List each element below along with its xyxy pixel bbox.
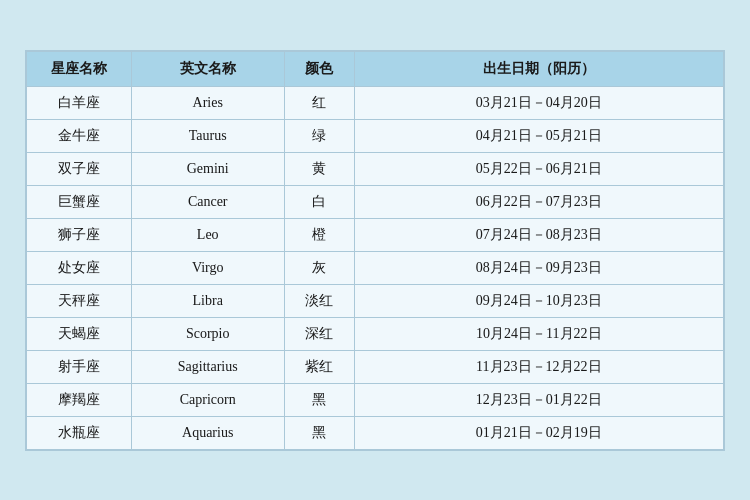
cell-color: 紫红 bbox=[284, 350, 354, 383]
cell-date: 12月23日－01月22日 bbox=[354, 383, 723, 416]
cell-date: 06月22日－07月23日 bbox=[354, 185, 723, 218]
header-date: 出生日期（阳历） bbox=[354, 51, 723, 86]
cell-date: 08月24日－09月23日 bbox=[354, 251, 723, 284]
cell-color: 深红 bbox=[284, 317, 354, 350]
table-row: 处女座Virgo灰08月24日－09月23日 bbox=[27, 251, 724, 284]
header-color: 颜色 bbox=[284, 51, 354, 86]
cell-en: Virgo bbox=[131, 251, 284, 284]
cell-date: 01月21日－02月19日 bbox=[354, 416, 723, 449]
table-row: 射手座Sagittarius紫红11月23日－12月22日 bbox=[27, 350, 724, 383]
cell-color: 淡红 bbox=[284, 284, 354, 317]
table-row: 摩羯座Capricorn黑12月23日－01月22日 bbox=[27, 383, 724, 416]
cell-cn: 处女座 bbox=[27, 251, 132, 284]
cell-color: 黑 bbox=[284, 383, 354, 416]
cell-color: 红 bbox=[284, 86, 354, 119]
table-row: 金牛座Taurus绿04月21日－05月21日 bbox=[27, 119, 724, 152]
cell-cn: 水瓶座 bbox=[27, 416, 132, 449]
table-row: 天蝎座Scorpio深红10月24日－11月22日 bbox=[27, 317, 724, 350]
cell-en: Libra bbox=[131, 284, 284, 317]
header-cn: 星座名称 bbox=[27, 51, 132, 86]
table-row: 白羊座Aries红03月21日－04月20日 bbox=[27, 86, 724, 119]
cell-cn: 狮子座 bbox=[27, 218, 132, 251]
cell-color: 黑 bbox=[284, 416, 354, 449]
cell-color: 白 bbox=[284, 185, 354, 218]
table-row: 狮子座Leo橙07月24日－08月23日 bbox=[27, 218, 724, 251]
cell-date: 09月24日－10月23日 bbox=[354, 284, 723, 317]
cell-date: 03月21日－04月20日 bbox=[354, 86, 723, 119]
cell-en: Sagittarius bbox=[131, 350, 284, 383]
cell-en: Gemini bbox=[131, 152, 284, 185]
cell-en: Leo bbox=[131, 218, 284, 251]
cell-color: 灰 bbox=[284, 251, 354, 284]
cell-date: 04月21日－05月21日 bbox=[354, 119, 723, 152]
cell-cn: 摩羯座 bbox=[27, 383, 132, 416]
cell-cn: 金牛座 bbox=[27, 119, 132, 152]
table-header-row: 星座名称 英文名称 颜色 出生日期（阳历） bbox=[27, 51, 724, 86]
cell-cn: 天蝎座 bbox=[27, 317, 132, 350]
table-row: 巨蟹座Cancer白06月22日－07月23日 bbox=[27, 185, 724, 218]
cell-cn: 双子座 bbox=[27, 152, 132, 185]
cell-cn: 射手座 bbox=[27, 350, 132, 383]
zodiac-table-container: 星座名称 英文名称 颜色 出生日期（阳历） 白羊座Aries红03月21日－04… bbox=[25, 50, 725, 451]
zodiac-table: 星座名称 英文名称 颜色 出生日期（阳历） 白羊座Aries红03月21日－04… bbox=[26, 51, 724, 450]
cell-date: 05月22日－06月21日 bbox=[354, 152, 723, 185]
cell-en: Taurus bbox=[131, 119, 284, 152]
cell-en: Scorpio bbox=[131, 317, 284, 350]
cell-color: 绿 bbox=[284, 119, 354, 152]
cell-date: 07月24日－08月23日 bbox=[354, 218, 723, 251]
cell-cn: 天秤座 bbox=[27, 284, 132, 317]
cell-date: 11月23日－12月22日 bbox=[354, 350, 723, 383]
header-en: 英文名称 bbox=[131, 51, 284, 86]
cell-cn: 巨蟹座 bbox=[27, 185, 132, 218]
table-row: 天秤座Libra淡红09月24日－10月23日 bbox=[27, 284, 724, 317]
cell-color: 橙 bbox=[284, 218, 354, 251]
cell-en: Capricorn bbox=[131, 383, 284, 416]
cell-cn: 白羊座 bbox=[27, 86, 132, 119]
cell-en: Cancer bbox=[131, 185, 284, 218]
table-row: 水瓶座Aquarius黑01月21日－02月19日 bbox=[27, 416, 724, 449]
cell-color: 黄 bbox=[284, 152, 354, 185]
cell-en: Aries bbox=[131, 86, 284, 119]
table-row: 双子座Gemini黄05月22日－06月21日 bbox=[27, 152, 724, 185]
cell-date: 10月24日－11月22日 bbox=[354, 317, 723, 350]
cell-en: Aquarius bbox=[131, 416, 284, 449]
